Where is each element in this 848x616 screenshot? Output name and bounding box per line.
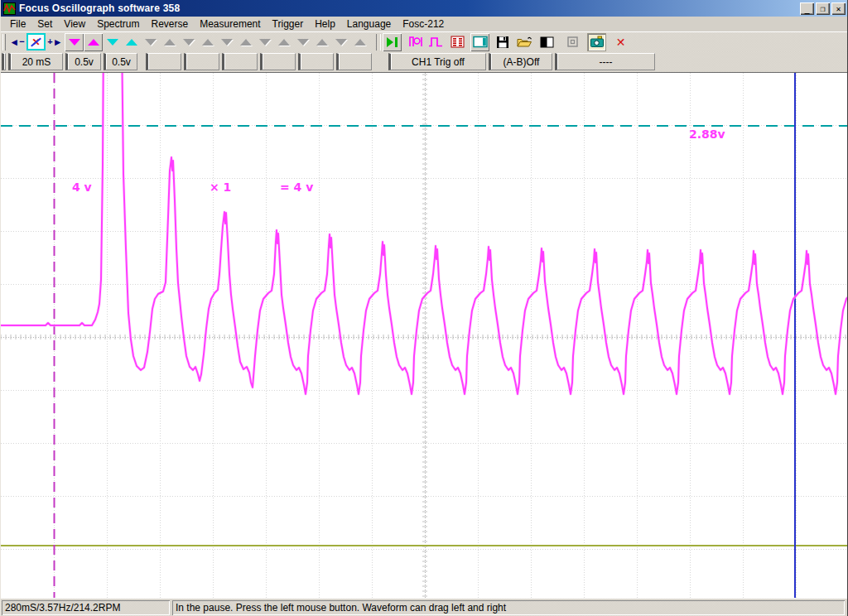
status-measurements: 280mS/3.57Hz/214.2RPM — [2, 600, 170, 615]
ch3-shift-up-button[interactable] — [160, 33, 179, 51]
open-file-button[interactable] — [515, 33, 534, 51]
play-icon — [387, 37, 393, 47]
ch8-shift-up-button[interactable] — [350, 33, 369, 51]
ch2-shift-down-button[interactable] — [103, 33, 122, 51]
arrow-right-icon: +► — [47, 37, 62, 47]
scope-display[interactable]: 4 v × 1 = 4 v 2.88v — [1, 73, 848, 598]
menu-item-language[interactable]: Language — [341, 17, 397, 31]
pan-left-button[interactable]: ◄− — [7, 33, 26, 51]
triangle-down-icon — [107, 39, 118, 46]
trigger-status-button-label: CH1 Trig off — [412, 56, 465, 68]
trigger-icon — [408, 35, 424, 49]
cursor-tool-button[interactable]: ✕ — [26, 33, 46, 51]
multiplier-label: × 1 — [210, 180, 231, 194]
scale-slot-2[interactable] — [184, 53, 219, 70]
copy-image-button[interactable] — [563, 33, 582, 51]
save-button[interactable] — [493, 33, 512, 51]
status-message: In the pause. Press the left mouse butto… — [172, 600, 845, 615]
trigger-mark-button[interactable] — [407, 33, 426, 51]
red-grid-icon — [450, 36, 465, 48]
timebase-button-label: 20 mS — [22, 56, 51, 68]
ch4-shift-up-button[interactable] — [198, 33, 217, 51]
split-view-button[interactable] — [470, 33, 489, 51]
ch7-shift-down-button[interactable] — [293, 33, 312, 51]
run-pause-button[interactable] — [383, 33, 402, 51]
floppy-icon — [496, 36, 509, 49]
red-x-icon: ✕ — [616, 36, 626, 48]
camera-icon — [590, 36, 605, 48]
timebase-button[interactable]: 20 mS — [8, 53, 63, 70]
ch1-shift-up-button[interactable] — [84, 33, 103, 51]
ch1-scale-button-label: 0.5v — [75, 56, 94, 68]
menu-item-help[interactable]: Help — [309, 17, 341, 31]
ch4-shift-down-button[interactable] — [179, 33, 198, 51]
segment-stub[interactable] — [2, 53, 6, 70]
menu-item-file[interactable]: File — [4, 17, 31, 31]
app-window: Focus Oscillograph software 358 _ ❐ ✕ Fi… — [0, 0, 848, 616]
triangle-down-icon — [335, 39, 347, 46]
triangle-up-icon — [88, 39, 99, 46]
measure-voltage-label: 2.88v — [689, 128, 725, 141]
triangle-up-icon — [278, 39, 290, 46]
panel-icon — [473, 36, 488, 48]
ch6-shift-down-button[interactable] — [255, 33, 274, 51]
result-voltage-label: = 4 v — [280, 180, 313, 194]
data-table-button[interactable] — [448, 33, 467, 51]
math-mode-button-label: ---- — [600, 56, 613, 68]
triangle-down-icon — [183, 39, 195, 46]
triangle-up-icon — [164, 39, 176, 46]
ch6-shift-up-button[interactable] — [274, 33, 293, 51]
menubar: FileSetViewSpectrumReverseMeasurementTri… — [1, 17, 847, 31]
menu-item-reverse[interactable]: Reverse — [146, 17, 195, 31]
scale-slot-4[interactable] — [260, 53, 296, 70]
ch2-shift-up-button[interactable] — [122, 33, 141, 51]
ch5-shift-up-button[interactable] — [236, 33, 255, 51]
main-toolbar: ◄−✕+►✕ — [1, 31, 847, 51]
invert-display-button[interactable] — [537, 33, 556, 51]
ch7-shift-up-button[interactable] — [312, 33, 331, 51]
toolbar-separator — [376, 34, 381, 51]
scale-slot-3[interactable] — [222, 53, 258, 70]
ch3-shift-down-button[interactable] — [141, 33, 160, 51]
triangle-down-icon — [69, 39, 80, 46]
triangle-up-icon — [240, 39, 252, 46]
close-button[interactable]: ✕ — [831, 2, 846, 15]
titlebar[interactable]: Focus Oscillograph software 358 _ ❐ ✕ — [1, 0, 847, 17]
restore-button[interactable]: ❐ — [816, 2, 830, 15]
scale-slot-1[interactable] — [146, 53, 181, 70]
menu-item-spectrum[interactable]: Spectrum — [91, 17, 145, 31]
contrast-icon — [540, 36, 554, 48]
pause-bar-icon — [395, 37, 398, 47]
app-logo-icon — [3, 2, 16, 15]
menu-item-view[interactable]: View — [58, 17, 91, 31]
minimize-button[interactable]: _ — [800, 2, 814, 15]
menu-item-set[interactable]: Set — [31, 17, 58, 31]
window-title: Focus Oscillograph software 358 — [19, 2, 800, 14]
trigger-status-button[interactable]: CH1 Trig off — [388, 53, 486, 70]
square-wave-button[interactable] — [426, 33, 445, 51]
exit-button[interactable]: ✕ — [611, 33, 630, 51]
toolbar-gripper — [2, 34, 6, 51]
ch5-shift-down-button[interactable] — [217, 33, 236, 51]
ab-mode-button[interactable]: (A-B)Off — [489, 53, 552, 70]
square-wave-icon — [428, 36, 443, 48]
triangle-down-icon — [259, 39, 271, 46]
triangle-up-icon — [354, 39, 366, 46]
scale-slot-5[interactable] — [298, 53, 334, 70]
scale-slot-6[interactable] — [336, 53, 372, 70]
math-mode-button[interactable]: ---- — [555, 53, 655, 70]
scope-canvas[interactable] — [1, 73, 848, 598]
screenshot-button[interactable] — [587, 33, 606, 51]
ch8-shift-down-button[interactable] — [331, 33, 350, 51]
folder-icon — [517, 36, 532, 49]
ch1-scale-button[interactable]: 0.5v — [65, 53, 101, 70]
menu-item-trigger[interactable]: Trigger — [267, 17, 310, 31]
ch1-shift-down-button[interactable] — [65, 33, 84, 51]
settings-toolbar: 20 mS0.5v0.5vCH1 Trig off(A-B)Off---- — [1, 51, 847, 73]
triangle-down-icon — [297, 39, 309, 46]
pan-right-button[interactable]: +► — [46, 33, 65, 51]
menu-item-measurement[interactable]: Measurement — [194, 17, 266, 31]
triangle-up-icon — [316, 39, 328, 46]
menu-item-fosc-212[interactable]: Fosc-212 — [397, 17, 450, 31]
ch2-scale-button[interactable]: 0.5v — [104, 53, 137, 70]
